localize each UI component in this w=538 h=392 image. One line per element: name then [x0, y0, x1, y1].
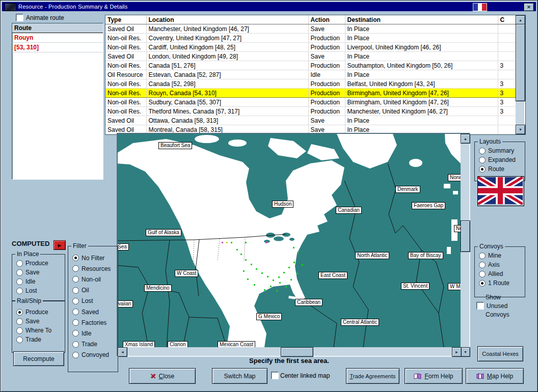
- radio-oil[interactable]: Oil: [68, 285, 118, 296]
- radio-idle[interactable]: Idle: [12, 277, 65, 286]
- recompute-button[interactable]: Recompute: [13, 351, 64, 366]
- table-row[interactable]: Non-oil Res.Rouyn, Canada [54, 310]Produ…: [105, 89, 516, 98]
- table-row[interactable]: Non-oil Res.Thetford Mines, Canada [57, …: [105, 107, 516, 116]
- table-row[interactable]: Non-oil Res.Coventry, United Kingdom [47…: [105, 34, 516, 43]
- radio-allied[interactable]: Allied: [475, 269, 525, 278]
- map-viewport[interactable]: Beaufort SeaHudsonNorwDenmarkCanadianFae…: [118, 134, 461, 347]
- radio-button-icon[interactable]: [72, 309, 79, 315]
- scroll-left-icon[interactable]: ◄: [118, 347, 127, 357]
- radio-lost[interactable]: Lost: [12, 286, 65, 295]
- sea-zone-label: Mendicino: [144, 285, 172, 292]
- radio-button-icon[interactable]: [72, 330, 79, 337]
- radio-button-icon[interactable]: [479, 166, 486, 173]
- sea-zone-label: North Atlantic: [355, 252, 389, 259]
- radio-trade[interactable]: Trade: [12, 335, 65, 344]
- radio-lost[interactable]: Lost: [68, 296, 118, 306]
- table-scrollbar-thumb[interactable]: [516, 24, 525, 101]
- radio-where-to[interactable]: Where To: [12, 326, 65, 335]
- radio-button-icon[interactable]: [72, 276, 79, 283]
- radio-button-icon[interactable]: [72, 319, 79, 326]
- column-header[interactable]: C: [498, 15, 516, 24]
- radio-trade[interactable]: Trade: [68, 339, 118, 350]
- column-header[interactable]: Location: [146, 15, 308, 24]
- radio-button-icon[interactable]: [479, 271, 486, 277]
- radio-axis[interactable]: Axis: [475, 260, 525, 269]
- radio-produce[interactable]: Produce: [12, 259, 65, 268]
- show-unused-line3: Convoys: [476, 310, 509, 319]
- radio-button-icon[interactable]: [72, 287, 79, 294]
- radio-button-icon[interactable]: [479, 280, 486, 287]
- scroll-down-icon[interactable]: ▼: [516, 125, 525, 134]
- scroll-right-icon[interactable]: ►: [452, 347, 462, 357]
- column-header[interactable]: Destination: [345, 15, 498, 24]
- show-unused-convoys-checkbox[interactable]: [476, 302, 484, 310]
- radio-button-icon[interactable]: [479, 262, 486, 268]
- column-header[interactable]: Type: [105, 15, 146, 24]
- table-row[interactable]: Non-oil Res.Sudbury, Canada [55, 307]Pro…: [105, 98, 516, 107]
- radio-button-icon[interactable]: [16, 327, 23, 334]
- radio-button-icon[interactable]: [16, 278, 23, 285]
- form-help-button[interactable]: Form Help: [405, 368, 463, 384]
- map-h-thumb[interactable]: [281, 347, 313, 357]
- radio-button-icon[interactable]: [72, 352, 79, 358]
- radio-button-icon[interactable]: [72, 265, 79, 272]
- switch-map-button[interactable]: Switch Map: [212, 368, 267, 384]
- table-row[interactable]: Oil ResourceEstevan, Canada [52, 287]Idl…: [105, 70, 516, 79]
- window-title: Resource - Production Summary & Details: [18, 4, 127, 10]
- radio-button-icon[interactable]: [16, 318, 23, 325]
- radio-1-route[interactable]: 1 Route: [475, 278, 525, 288]
- radio-label: Resources: [82, 265, 111, 272]
- map-h-scrollbar[interactable]: ◄ ►: [118, 347, 461, 356]
- scroll-down-icon[interactable]: ▼: [461, 347, 470, 357]
- radio-expanded[interactable]: Expanded: [475, 155, 525, 164]
- table-row[interactable]: Non-oil Res.Cardiff, United Kingdom [48,…: [105, 43, 516, 52]
- map-v-thumb[interactable]: [461, 220, 470, 252]
- radio-button-icon[interactable]: [72, 298, 79, 304]
- trade-agreements-button[interactable]: Trade Agreements: [346, 368, 399, 384]
- table-row[interactable]: Non-oil Res.Canada [51, 276]ProductionSo…: [105, 61, 516, 70]
- radio-button-icon[interactable]: [16, 337, 23, 343]
- scroll-up-icon[interactable]: ▲: [461, 134, 470, 144]
- column-header[interactable]: Action: [308, 15, 345, 24]
- coastal-hexes-button[interactable]: Coastal Hexes: [477, 346, 523, 361]
- close-button[interactable]: ✕ Close: [129, 368, 196, 384]
- radio-button-icon[interactable]: [16, 269, 23, 276]
- map-help-button[interactable]: Map Help: [466, 368, 524, 384]
- table-row[interactable]: Non-oil Res.Canada [52, 298]ProductionBe…: [105, 79, 516, 89]
- radio-button-icon[interactable]: [479, 157, 486, 163]
- radio-produce[interactable]: Produce: [12, 307, 65, 317]
- table-row[interactable]: Saved OilManchester, United Kingdom [46,…: [105, 24, 516, 34]
- close-window-button[interactable]: ✕: [524, 3, 534, 11]
- radio-save[interactable]: Save: [12, 317, 65, 326]
- map-v-scrollbar[interactable]: ▲ ▼: [461, 134, 469, 356]
- radio-button-icon[interactable]: [72, 255, 79, 261]
- radio-no-filter[interactable]: No Filter: [68, 253, 118, 263]
- center-linked-map-checkbox[interactable]: [271, 372, 279, 379]
- radio-mine[interactable]: Mine: [475, 251, 525, 260]
- radio-button-icon[interactable]: [16, 288, 23, 294]
- radio-button-icon[interactable]: [479, 253, 486, 259]
- convoys-group-label: Convoys: [478, 243, 505, 250]
- animate-route-checkbox[interactable]: [16, 14, 23, 21]
- radio-save[interactable]: Save: [12, 268, 65, 277]
- radio-non-oil[interactable]: Non-oil: [68, 274, 118, 285]
- radio-route[interactable]: Route: [475, 164, 525, 174]
- radio-factories[interactable]: Factories: [68, 317, 118, 328]
- radio-convoyed[interactable]: Convoyed: [68, 350, 118, 360]
- radio-saved[interactable]: Saved: [68, 306, 118, 317]
- radio-summary[interactable]: Summary: [475, 146, 525, 155]
- radio-button-icon[interactable]: [16, 260, 23, 267]
- radio-button-icon[interactable]: [479, 148, 486, 154]
- table-row[interactable]: Saved OilOttawa, Canada [58, 313]SaveIn …: [105, 116, 516, 125]
- route-list[interactable]: Route Rouyn[53, 310]: [12, 23, 103, 180]
- table-row[interactable]: Saved OilLondon, United Kingdom [49, 28]…: [105, 52, 516, 61]
- radio-resources[interactable]: Resources: [68, 263, 118, 274]
- radio-button-icon[interactable]: [72, 341, 79, 348]
- route-list-item[interactable]: Rouyn: [12, 33, 103, 43]
- app-icon[interactable]: [5, 3, 16, 11]
- radio-button-icon[interactable]: [16, 309, 23, 316]
- radio-idle[interactable]: Idle: [68, 328, 118, 339]
- table-scrollbar[interactable]: ▲ ▼: [516, 15, 524, 133]
- computed-arrow-button[interactable]: ▶: [53, 240, 66, 250]
- route-list-item[interactable]: [53, 310]: [12, 43, 103, 52]
